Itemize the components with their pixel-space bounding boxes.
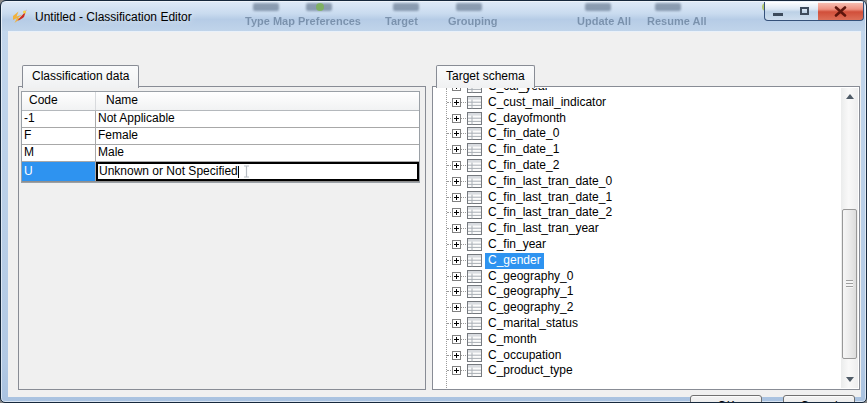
tree-item-label[interactable]: C_fin_date_2 <box>485 158 562 174</box>
tree-item[interactable]: C_fin_date_1 <box>434 142 841 158</box>
cancel-button[interactable]: Cancel <box>783 395 855 403</box>
tree-item-label[interactable]: C_fin_date_1 <box>485 142 562 158</box>
table-row[interactable]: F Female <box>22 128 419 145</box>
close-button[interactable] <box>818 2 864 21</box>
tree-item[interactable]: C_geography_2 <box>434 300 841 316</box>
name-cell[interactable]: Not Applicable <box>96 111 419 127</box>
table-row[interactable]: U Unknown or Not Specified <box>22 162 419 182</box>
tree-item[interactable]: C_product_type <box>434 363 841 379</box>
tree-item-label[interactable]: C_marital_status <box>485 316 581 332</box>
expand-plus-icon[interactable] <box>452 303 461 312</box>
tree-item[interactable]: C_fin_last_tran_date_1 <box>434 190 841 206</box>
expand-plus-icon[interactable] <box>452 319 461 328</box>
tree-rows: C_cal_year C_cust_mail_indicator <box>434 88 841 379</box>
tree-item[interactable]: C_marital_status <box>434 316 841 332</box>
tab-target-schema[interactable]: Target schema <box>436 65 535 88</box>
tree-item-label[interactable]: C_fin_last_tran_year <box>485 221 602 237</box>
close-icon <box>834 6 847 17</box>
tree-item-label[interactable]: C_fin_last_tran_date_1 <box>485 190 615 206</box>
expand-plus-icon[interactable] <box>452 88 461 91</box>
expand-plus-icon[interactable] <box>452 193 461 202</box>
tree-item-label[interactable]: C_geography_0 <box>485 269 576 285</box>
tree-item[interactable]: C_geography_1 <box>434 284 841 300</box>
screen: Type MapPreferencesTargetGroupingUpdate … <box>0 0 867 403</box>
maximize-button[interactable] <box>791 2 819 21</box>
tree-item-label[interactable]: C_geography_2 <box>485 300 576 316</box>
expand-plus-icon[interactable] <box>452 366 461 375</box>
expand-plus-icon[interactable] <box>452 256 461 265</box>
tree-connector <box>461 197 466 198</box>
code-cell[interactable]: M <box>22 145 96 161</box>
tree-item[interactable]: C_fin_date_2 <box>434 158 841 174</box>
tree-item-label[interactable]: C_occupation <box>485 348 564 364</box>
target-schema-page: C_cal_year C_cust_mail_indicator <box>432 86 860 390</box>
title-bar[interactable]: Type MapPreferencesTargetGroupingUpdate … <box>2 2 865 31</box>
tree-item-label[interactable]: C_geography_1 <box>485 284 576 300</box>
tree-item-label[interactable]: C_cust_mail_indicator <box>485 95 609 111</box>
expand-plus-icon[interactable] <box>452 335 461 344</box>
expand-plus-icon[interactable] <box>452 129 461 138</box>
column-header-name[interactable]: Name <box>96 92 419 110</box>
tree-connector <box>461 370 466 371</box>
table-icon <box>467 317 482 330</box>
tree-item-label[interactable]: C_fin_last_tran_date_0 <box>485 174 615 190</box>
expand-plus-icon[interactable] <box>452 114 461 123</box>
minimize-button[interactable] <box>764 2 792 21</box>
name-cell[interactable]: Female <box>96 128 419 144</box>
ghost-toolbar-label: Update All <box>577 15 631 27</box>
name-cell[interactable]: Unknown or Not Specified <box>96 162 419 181</box>
table-icon <box>467 143 482 156</box>
tree-item[interactable]: C_fin_date_0 <box>434 126 841 142</box>
expand-plus-icon[interactable] <box>452 272 461 281</box>
tree-item[interactable]: C_month <box>434 332 841 348</box>
tree-item-label[interactable]: C_gender <box>485 253 544 269</box>
expand-plus-icon[interactable] <box>452 351 461 360</box>
tree-item-label[interactable]: C_fin_date_0 <box>485 126 562 142</box>
tree-item[interactable]: C_geography_0 <box>434 269 841 285</box>
tree-item[interactable]: C_gender <box>434 253 841 269</box>
tree-item-label[interactable]: C_fin_year <box>485 237 549 253</box>
table-row[interactable]: M Male <box>22 145 419 162</box>
tree-item-label[interactable]: C_product_type <box>485 363 576 379</box>
tree-item-label[interactable]: C_dayofmonth <box>485 111 569 127</box>
tree-item[interactable]: C_dayofmonth <box>434 111 841 127</box>
tree-item[interactable]: C_fin_last_tran_date_2 <box>434 205 841 221</box>
ghost-toolbar-icon <box>585 3 611 11</box>
scroll-down-button[interactable] <box>841 371 858 388</box>
expand-plus-icon[interactable] <box>452 145 461 154</box>
expand-plus-icon[interactable] <box>452 208 461 217</box>
tab-classification-data[interactable]: Classification data <box>22 65 139 88</box>
tree-item[interactable]: C_fin_last_tran_year <box>434 221 841 237</box>
code-cell[interactable]: F <box>22 128 96 144</box>
scroll-up-button[interactable] <box>841 88 858 105</box>
tree-item[interactable]: C_occupation <box>434 348 841 364</box>
code-cell[interactable]: U <box>22 162 96 181</box>
dialog-window: Type MapPreferencesTargetGroupingUpdate … <box>0 0 867 403</box>
expand-plus-icon[interactable] <box>452 224 461 233</box>
tree-connector <box>461 307 466 308</box>
tree-connector <box>461 228 466 229</box>
tree-scrollbar[interactable] <box>841 88 858 388</box>
expand-plus-icon[interactable] <box>452 287 461 296</box>
tree-item[interactable]: C_fin_last_tran_date_0 <box>434 174 841 190</box>
expand-plus-icon[interactable] <box>452 240 461 249</box>
table-icon <box>467 112 482 125</box>
expand-plus-icon[interactable] <box>452 161 461 170</box>
table-row[interactable]: -1 Not Applicable <box>22 111 419 128</box>
expand-plus-icon[interactable] <box>452 177 461 186</box>
ghost-toolbar-icon <box>655 3 681 11</box>
column-header-code[interactable]: Code <box>22 92 96 110</box>
ok-button[interactable]: OK <box>690 395 762 403</box>
tree-item-label[interactable]: C_fin_last_tran_date_2 <box>485 205 615 221</box>
tree-item-label[interactable]: C_cal_year <box>485 88 552 95</box>
tree-item[interactable]: C_cal_year <box>434 88 841 95</box>
code-cell[interactable]: -1 <box>22 111 96 127</box>
name-cell[interactable]: Male <box>96 145 419 161</box>
tree-item-label[interactable]: C_month <box>485 332 540 348</box>
scrollbar-thumb[interactable] <box>842 209 857 359</box>
table-icon <box>467 191 482 204</box>
tree-item[interactable]: C_fin_year <box>434 237 841 253</box>
tree-item[interactable]: C_cust_mail_indicator <box>434 95 841 111</box>
classification-table: Code Name -1 Not Applicable F Female M M… <box>21 91 420 183</box>
expand-plus-icon[interactable] <box>452 98 461 107</box>
